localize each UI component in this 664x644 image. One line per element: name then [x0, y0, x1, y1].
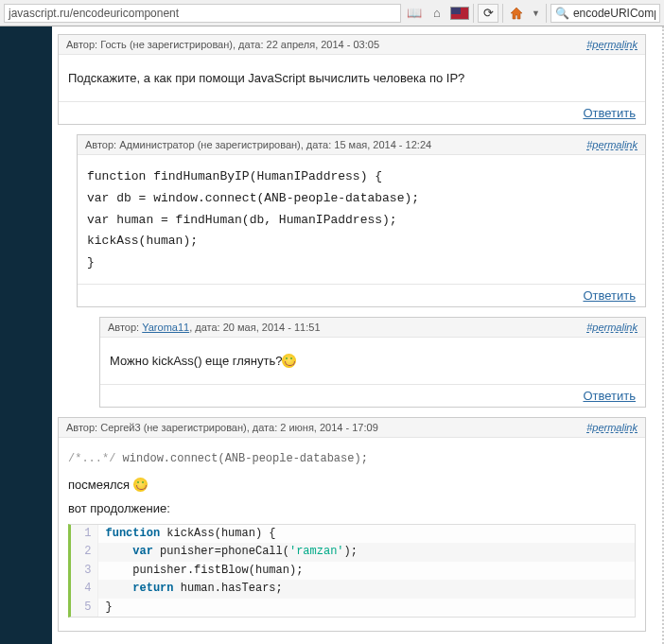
reply-link[interactable]: Ответить — [583, 288, 636, 303]
author-label: Автор: — [66, 422, 97, 433]
date-label: , дата: — [247, 422, 278, 433]
comment-date: 20 мая, 2014 - 11:51 — [223, 322, 321, 333]
code-line: } — [97, 599, 635, 617]
permalink-link[interactable]: #permalink — [586, 39, 638, 50]
comment-text-span: посмеялся — [68, 478, 133, 492]
comment-meta: Автор: Гость (не зарегистрирован), дата:… — [66, 39, 379, 50]
permalink-link[interactable]: #permalink — [586, 422, 638, 433]
comment-meta: Автор: Администратор (не зарегистрирован… — [85, 139, 431, 150]
code-line: var db = window.connect(ANB-people-datab… — [87, 190, 636, 208]
line-number: 5 — [71, 599, 97, 617]
comment-text: вот продолжение: — [68, 500, 636, 518]
home-icon[interactable] — [507, 4, 526, 23]
search-box[interactable]: 🔍 — [550, 4, 660, 23]
left-sidebar — [0, 26, 52, 644]
code-line: } — [87, 254, 636, 272]
permalink-link[interactable]: #permalink — [586, 322, 638, 333]
author-label: Автор: — [66, 39, 97, 50]
code-line: function kickAss(human) { — [97, 525, 635, 543]
comment-footer: Ответить — [59, 101, 645, 124]
comment-date: 15 мая, 2014 - 12:24 — [334, 139, 431, 150]
comment: Автор: Yaroma11, дата: 20 мая, 2014 - 11… — [99, 317, 646, 408]
line-number: 3 — [71, 562, 97, 580]
comment-body: Можно kickAss() еще глянуть? — [100, 338, 645, 384]
comment-body: /*...*/ window.connect(ANB-people-databa… — [59, 438, 645, 631]
comment-body: function findHumanByIP(HumanIPaddress) {… — [78, 155, 645, 284]
code-snippet: /*...*/ window.connect(ANB-people-databa… — [68, 447, 636, 471]
comment-text: посмеялся — [68, 477, 636, 495]
comment-date: 22 апреля, 2014 - 03:05 — [267, 39, 380, 50]
comment-header: Автор: Сергей3 (не зарегистрирован), дат… — [59, 418, 645, 438]
comment-header: Автор: Гость (не зарегистрирован), дата:… — [59, 35, 645, 55]
chevron-down-icon[interactable]: ▼ — [530, 9, 542, 18]
comment: Автор: Гость (не зарегистрирован), дата:… — [58, 34, 646, 125]
code-block: 1 function kickAss(human) { 2 var punish… — [68, 524, 636, 618]
book-icon[interactable]: 📖 — [405, 4, 424, 23]
smile-icon — [282, 354, 296, 368]
comment-footer: Ответить — [100, 384, 645, 407]
comment-meta: Автор: Сергей3 (не зарегистрирован), дат… — [66, 422, 378, 433]
content-area: Автор: Гость (не зарегистрирован), дата:… — [52, 26, 664, 644]
toolbar-divider — [473, 4, 474, 23]
comment-meta: Автор: Yaroma11, дата: 20 мая, 2014 - 11… — [108, 322, 321, 333]
comment-header: Автор: Администратор (не зарегистрирован… — [78, 135, 645, 155]
not-registered-label: (не зарегистрирован) — [144, 422, 247, 433]
permalink-link[interactable]: #permalink — [586, 139, 638, 150]
code-line: var human = findHuman(db, HumanIPaddress… — [87, 212, 636, 230]
code-line: return human.hasTears; — [97, 580, 635, 598]
browser-toolbar: javascript.ru/encodeuricomponent 📖 ⌂ ⟳ ▼… — [0, 0, 664, 26]
comment: Автор: Администратор (не зарегистрирован… — [77, 134, 646, 307]
reply-link[interactable]: Ответить — [583, 389, 636, 403]
url-bar[interactable]: javascript.ru/encodeuricomponent — [4, 4, 401, 23]
search-input[interactable] — [573, 7, 655, 20]
date-label: , дата: — [189, 322, 220, 333]
line-number: 4 — [71, 580, 97, 598]
comment-text: Можно kickAss() еще глянуть? — [110, 353, 636, 371]
line-number: 2 — [71, 543, 97, 561]
author-name: Администратор — [119, 139, 194, 150]
smile-icon — [133, 478, 148, 492]
comment-date: 2 июня, 2014 - 17:09 — [280, 422, 378, 433]
line-number: 1 — [71, 525, 97, 543]
refresh-button[interactable]: ⟳ — [478, 4, 498, 23]
code-line: kickAss(human); — [87, 233, 636, 251]
date-label: , дата: — [233, 39, 264, 50]
reply-link[interactable]: Ответить — [583, 106, 636, 120]
toolbar-divider — [502, 4, 503, 23]
comment-text-span: Можно kickAss() еще глянуть? — [110, 354, 282, 368]
comment-text: Подскажите, а как при помощи JavaScript … — [68, 70, 636, 88]
author-link[interactable]: Yaroma11 — [142, 322, 189, 333]
home-icon-small[interactable]: ⌂ — [428, 4, 446, 23]
code-line: punisher.fistBlow(human); — [97, 562, 635, 580]
code-line: var punisher=phoneCall('ramzan'); — [97, 543, 635, 561]
comment: Автор: Сергей3 (не зарегистрирован), дат… — [58, 417, 646, 632]
date-label: , дата: — [301, 139, 332, 150]
flag-icon[interactable] — [450, 4, 469, 23]
toolbar-divider — [546, 4, 547, 23]
not-registered-label: (не зарегистрирован) — [130, 39, 233, 50]
comment-header: Автор: Yaroma11, дата: 20 мая, 2014 - 11… — [100, 318, 645, 338]
not-registered-label: (не зарегистрирован) — [198, 139, 301, 150]
code-line: function findHumanByIP(HumanIPaddress) { — [87, 168, 636, 186]
comment-body: Подскажите, а как при помощи JavaScript … — [59, 55, 645, 101]
search-icon: 🔍 — [555, 7, 569, 20]
author-name: Сергей3 — [100, 422, 140, 433]
comment-footer: Ответить — [78, 284, 645, 306]
author-label: Автор: — [108, 322, 139, 333]
author-name: Гость — [100, 39, 127, 50]
author-label: Автор: — [85, 139, 116, 150]
